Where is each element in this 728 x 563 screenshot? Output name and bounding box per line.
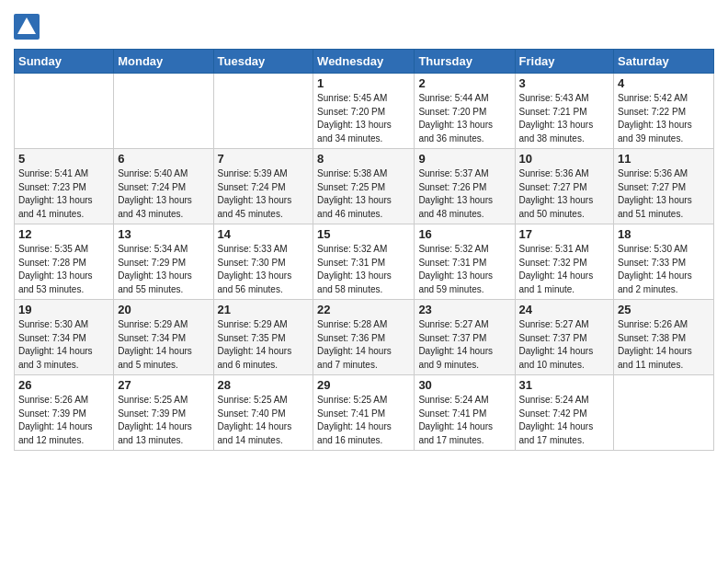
day-number: 7 [218,152,310,166]
weekday-header-friday: Friday [515,50,614,74]
day-cell: 29Sunrise: 5:25 AM Sunset: 7:41 PM Dayli… [313,375,415,451]
day-cell: 6Sunrise: 5:40 AM Sunset: 7:24 PM Daylig… [114,149,213,224]
day-number: 1 [317,76,410,90]
day-cell: 19Sunrise: 5:30 AM Sunset: 7:34 PM Dayli… [15,300,114,375]
day-cell: 22Sunrise: 5:28 AM Sunset: 7:36 PM Dayli… [313,300,415,375]
day-cell [15,74,114,149]
day-cell: 10Sunrise: 5:36 AM Sunset: 7:27 PM Dayli… [515,149,614,224]
day-info: Sunrise: 5:45 AM Sunset: 7:20 PM Dayligh… [317,92,410,145]
day-cell [114,74,213,149]
day-info: Sunrise: 5:34 AM Sunset: 7:29 PM Dayligh… [118,243,209,296]
day-info: Sunrise: 5:27 AM Sunset: 7:37 PM Dayligh… [519,318,610,372]
day-cell: 15Sunrise: 5:32 AM Sunset: 7:31 PM Dayli… [313,224,415,300]
day-number: 8 [317,152,410,166]
day-info: Sunrise: 5:26 AM Sunset: 7:38 PM Dayligh… [618,318,710,372]
day-cell: 4Sunrise: 5:42 AM Sunset: 7:22 PM Daylig… [614,74,714,149]
day-number: 31 [519,378,610,392]
day-number: 12 [18,227,109,241]
day-info: Sunrise: 5:36 AM Sunset: 7:27 PM Dayligh… [519,167,610,221]
day-number: 11 [618,152,710,166]
day-number: 22 [317,303,410,316]
day-info: Sunrise: 5:31 AM Sunset: 7:32 PM Dayligh… [519,243,610,296]
day-number: 30 [418,378,510,392]
day-cell: 23Sunrise: 5:27 AM Sunset: 7:37 PM Dayli… [415,300,515,375]
day-info: Sunrise: 5:40 AM Sunset: 7:24 PM Dayligh… [118,167,209,221]
day-number: 6 [118,152,209,166]
day-number: 27 [118,378,209,392]
day-cell: 12Sunrise: 5:35 AM Sunset: 7:28 PM Dayli… [15,224,114,300]
day-number: 10 [519,152,610,166]
day-info: Sunrise: 5:43 AM Sunset: 7:21 PM Dayligh… [519,92,610,145]
day-cell: 27Sunrise: 5:25 AM Sunset: 7:39 PM Dayli… [114,375,213,451]
day-cell: 5Sunrise: 5:41 AM Sunset: 7:23 PM Daylig… [15,149,114,224]
day-number: 3 [519,76,610,90]
day-info: Sunrise: 5:24 AM Sunset: 7:42 PM Dayligh… [519,394,610,447]
day-info: Sunrise: 5:41 AM Sunset: 7:23 PM Dayligh… [18,167,109,221]
logo [14,14,43,40]
day-cell: 7Sunrise: 5:39 AM Sunset: 7:24 PM Daylig… [213,149,313,224]
day-number: 15 [317,227,410,241]
day-cell: 24Sunrise: 5:27 AM Sunset: 7:37 PM Dayli… [515,300,614,375]
day-info: Sunrise: 5:27 AM Sunset: 7:37 PM Dayligh… [418,318,510,372]
day-number: 4 [618,76,710,90]
day-number: 5 [18,152,109,166]
calendar: SundayMondayTuesdayWednesdayThursdayFrid… [14,49,714,451]
day-info: Sunrise: 5:44 AM Sunset: 7:20 PM Dayligh… [418,92,510,145]
day-number: 17 [519,227,610,241]
day-info: Sunrise: 5:32 AM Sunset: 7:31 PM Dayligh… [317,243,410,296]
day-cell: 28Sunrise: 5:25 AM Sunset: 7:40 PM Dayli… [213,375,313,451]
day-number: 13 [118,227,209,241]
day-info: Sunrise: 5:36 AM Sunset: 7:27 PM Dayligh… [618,167,710,221]
day-info: Sunrise: 5:42 AM Sunset: 7:22 PM Dayligh… [618,92,710,145]
day-cell: 8Sunrise: 5:38 AM Sunset: 7:25 PM Daylig… [313,149,415,224]
day-info: Sunrise: 5:24 AM Sunset: 7:41 PM Dayligh… [418,394,510,447]
day-info: Sunrise: 5:33 AM Sunset: 7:30 PM Dayligh… [218,243,310,296]
day-cell: 14Sunrise: 5:33 AM Sunset: 7:30 PM Dayli… [213,224,313,300]
day-cell: 16Sunrise: 5:32 AM Sunset: 7:31 PM Dayli… [415,224,515,300]
day-cell: 25Sunrise: 5:26 AM Sunset: 7:38 PM Dayli… [614,300,714,375]
week-row-1: 1Sunrise: 5:45 AM Sunset: 7:20 PM Daylig… [15,74,714,149]
day-number: 23 [418,303,510,316]
week-row-5: 26Sunrise: 5:26 AM Sunset: 7:39 PM Dayli… [15,375,714,451]
day-cell: 21Sunrise: 5:29 AM Sunset: 7:35 PM Dayli… [213,300,313,375]
day-number: 28 [218,378,310,392]
day-cell: 17Sunrise: 5:31 AM Sunset: 7:32 PM Dayli… [515,224,614,300]
day-info: Sunrise: 5:37 AM Sunset: 7:26 PM Dayligh… [418,167,510,221]
day-cell: 3Sunrise: 5:43 AM Sunset: 7:21 PM Daylig… [515,74,614,149]
day-number: 26 [18,378,109,392]
day-info: Sunrise: 5:28 AM Sunset: 7:36 PM Dayligh… [317,318,410,372]
day-cell: 26Sunrise: 5:26 AM Sunset: 7:39 PM Dayli… [15,375,114,451]
day-cell: 1Sunrise: 5:45 AM Sunset: 7:20 PM Daylig… [313,74,415,149]
weekday-header-tuesday: Tuesday [213,50,313,74]
day-info: Sunrise: 5:29 AM Sunset: 7:34 PM Dayligh… [118,318,209,372]
day-number: 19 [18,303,109,316]
weekday-header-wednesday: Wednesday [313,50,415,74]
day-cell [213,74,313,149]
day-number: 21 [218,303,310,316]
weekday-header-row: SundayMondayTuesdayWednesdayThursdayFrid… [15,50,714,74]
day-info: Sunrise: 5:38 AM Sunset: 7:25 PM Dayligh… [317,167,410,221]
day-cell: 20Sunrise: 5:29 AM Sunset: 7:34 PM Dayli… [114,300,213,375]
day-info: Sunrise: 5:25 AM Sunset: 7:41 PM Dayligh… [317,394,410,447]
day-number: 20 [118,303,209,316]
weekday-header-sunday: Sunday [15,50,114,74]
day-number: 14 [218,227,310,241]
weekday-header-monday: Monday [114,50,213,74]
day-number: 29 [317,378,410,392]
logo-icon [14,14,40,40]
week-row-4: 19Sunrise: 5:30 AM Sunset: 7:34 PM Dayli… [15,300,714,375]
day-info: Sunrise: 5:26 AM Sunset: 7:39 PM Dayligh… [18,394,109,447]
day-info: Sunrise: 5:25 AM Sunset: 7:39 PM Dayligh… [118,394,209,447]
day-info: Sunrise: 5:30 AM Sunset: 7:33 PM Dayligh… [618,243,710,296]
day-number: 24 [519,303,610,316]
day-info: Sunrise: 5:32 AM Sunset: 7:31 PM Dayligh… [418,243,510,296]
day-cell: 11Sunrise: 5:36 AM Sunset: 7:27 PM Dayli… [614,149,714,224]
day-info: Sunrise: 5:29 AM Sunset: 7:35 PM Dayligh… [218,318,310,372]
day-info: Sunrise: 5:25 AM Sunset: 7:40 PM Dayligh… [218,394,310,447]
day-number: 2 [418,76,510,90]
day-cell: 9Sunrise: 5:37 AM Sunset: 7:26 PM Daylig… [415,149,515,224]
day-info: Sunrise: 5:39 AM Sunset: 7:24 PM Dayligh… [218,167,310,221]
day-cell: 30Sunrise: 5:24 AM Sunset: 7:41 PM Dayli… [415,375,515,451]
day-number: 16 [418,227,510,241]
day-cell: 18Sunrise: 5:30 AM Sunset: 7:33 PM Dayli… [614,224,714,300]
